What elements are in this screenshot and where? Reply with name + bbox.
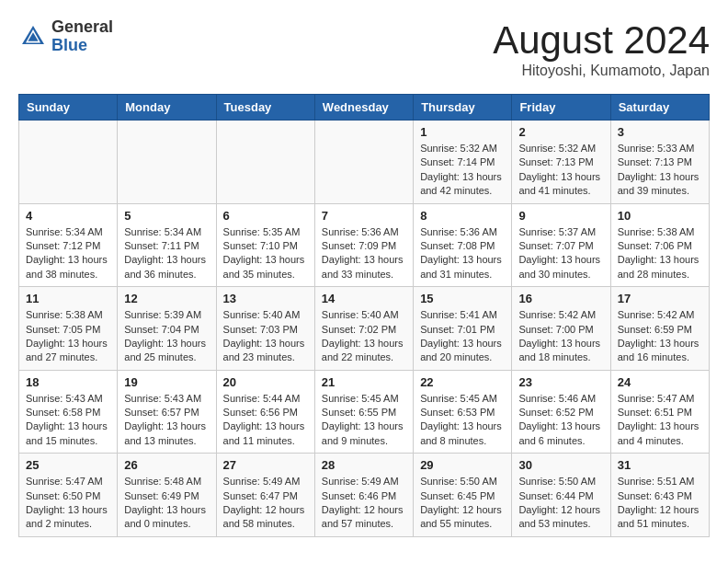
day-info: Sunrise: 5:50 AMSunset: 6:45 PMDaylight:… <box>420 475 505 532</box>
day-number: 11 <box>26 292 110 305</box>
title-area: August 2024 Hitoyoshi, Kumamoto, Japan <box>493 18 710 79</box>
page-header: General Blue August 2024 Hitoyoshi, Kuma… <box>18 18 710 79</box>
calendar-day-cell <box>19 121 118 204</box>
calendar-day-cell: 17Sunrise: 5:42 AMSunset: 6:59 PMDayligh… <box>610 287 709 371</box>
day-info: Sunrise: 5:49 AMSunset: 6:46 PMDaylight:… <box>322 475 406 532</box>
calendar-day-cell: 20Sunrise: 5:44 AMSunset: 6:56 PMDayligh… <box>216 370 314 454</box>
calendar-day-cell <box>216 121 314 204</box>
calendar-day-cell: 21Sunrise: 5:45 AMSunset: 6:55 PMDayligh… <box>314 370 413 454</box>
col-sunday: Sunday <box>19 95 118 121</box>
day-number: 12 <box>124 292 209 305</box>
calendar-day-cell: 27Sunrise: 5:49 AMSunset: 6:47 PMDayligh… <box>216 454 314 537</box>
day-info: Sunrise: 5:35 AMSunset: 7:10 PMDaylight:… <box>223 225 308 282</box>
day-number: 1 <box>420 125 505 139</box>
col-monday: Monday <box>118 95 216 121</box>
logo-icon <box>18 22 48 52</box>
calendar-week-row: 11Sunrise: 5:38 AMSunset: 7:05 PMDayligh… <box>19 287 710 371</box>
day-info: Sunrise: 5:32 AMSunset: 7:13 PMDaylight:… <box>518 142 603 199</box>
day-info: Sunrise: 5:45 AMSunset: 6:55 PMDaylight:… <box>322 392 406 449</box>
day-number: 24 <box>618 375 702 389</box>
day-info: Sunrise: 5:49 AMSunset: 6:47 PMDaylight:… <box>223 475 308 532</box>
day-info: Sunrise: 5:36 AMSunset: 7:08 PMDaylight:… <box>420 225 505 282</box>
location: Hitoyoshi, Kumamoto, Japan <box>493 63 710 79</box>
calendar-day-cell: 4Sunrise: 5:34 AMSunset: 7:12 PMDaylight… <box>19 203 118 287</box>
calendar-day-cell: 25Sunrise: 5:47 AMSunset: 6:50 PMDayligh… <box>19 454 118 537</box>
col-tuesday: Tuesday <box>216 95 314 121</box>
calendar-day-cell: 12Sunrise: 5:39 AMSunset: 7:04 PMDayligh… <box>118 287 216 371</box>
day-number: 9 <box>518 209 603 223</box>
logo-text: General Blue <box>51 18 113 55</box>
day-number: 29 <box>420 458 505 472</box>
calendar-week-row: 25Sunrise: 5:47 AMSunset: 6:50 PMDayligh… <box>19 454 710 537</box>
day-info: Sunrise: 5:45 AMSunset: 6:53 PMDaylight:… <box>420 392 505 449</box>
day-info: Sunrise: 5:34 AMSunset: 7:12 PMDaylight:… <box>26 225 110 282</box>
calendar-header: Sunday Monday Tuesday Wednesday Thursday… <box>19 95 710 121</box>
calendar-week-row: 18Sunrise: 5:43 AMSunset: 6:58 PMDayligh… <box>19 370 710 454</box>
day-number: 21 <box>322 375 406 389</box>
day-number: 31 <box>618 458 702 472</box>
col-saturday: Saturday <box>610 95 709 121</box>
day-info: Sunrise: 5:38 AMSunset: 7:05 PMDaylight:… <box>26 308 110 365</box>
day-info: Sunrise: 5:42 AMSunset: 7:00 PMDaylight:… <box>518 308 603 365</box>
calendar-day-cell: 8Sunrise: 5:36 AMSunset: 7:08 PMDaylight… <box>414 203 512 287</box>
calendar-day-cell: 19Sunrise: 5:43 AMSunset: 6:57 PMDayligh… <box>118 370 216 454</box>
calendar-day-cell: 11Sunrise: 5:38 AMSunset: 7:05 PMDayligh… <box>19 287 118 371</box>
calendar-day-cell: 2Sunrise: 5:32 AMSunset: 7:13 PMDaylight… <box>512 121 610 204</box>
calendar-body: 1Sunrise: 5:32 AMSunset: 7:14 PMDaylight… <box>19 121 710 537</box>
day-info: Sunrise: 5:40 AMSunset: 7:02 PMDaylight:… <box>322 308 406 365</box>
calendar-day-cell: 5Sunrise: 5:34 AMSunset: 7:11 PMDaylight… <box>118 203 216 287</box>
col-friday: Friday <box>512 95 610 121</box>
logo-general-text: General <box>51 18 113 37</box>
day-info: Sunrise: 5:42 AMSunset: 6:59 PMDaylight:… <box>618 308 702 365</box>
calendar-week-row: 4Sunrise: 5:34 AMSunset: 7:12 PMDaylight… <box>19 203 710 287</box>
calendar-day-cell: 14Sunrise: 5:40 AMSunset: 7:02 PMDayligh… <box>314 287 413 371</box>
day-info: Sunrise: 5:48 AMSunset: 6:49 PMDaylight:… <box>124 475 209 532</box>
day-info: Sunrise: 5:34 AMSunset: 7:11 PMDaylight:… <box>124 225 209 282</box>
day-number: 7 <box>322 209 406 223</box>
day-number: 2 <box>518 125 603 139</box>
calendar-day-cell: 23Sunrise: 5:46 AMSunset: 6:52 PMDayligh… <box>512 370 610 454</box>
calendar-week-row: 1Sunrise: 5:32 AMSunset: 7:14 PMDaylight… <box>19 121 710 204</box>
day-number: 6 <box>223 209 308 223</box>
day-number: 27 <box>223 458 308 472</box>
day-number: 8 <box>420 209 505 223</box>
calendar-day-cell: 7Sunrise: 5:36 AMSunset: 7:09 PMDaylight… <box>314 203 413 287</box>
day-number: 14 <box>322 292 406 305</box>
day-number: 18 <box>26 375 110 389</box>
day-number: 25 <box>26 458 110 472</box>
day-info: Sunrise: 5:33 AMSunset: 7:13 PMDaylight:… <box>618 142 702 199</box>
col-wednesday: Wednesday <box>314 95 413 121</box>
calendar-day-cell: 31Sunrise: 5:51 AMSunset: 6:43 PMDayligh… <box>610 454 709 537</box>
day-number: 19 <box>124 375 209 389</box>
day-info: Sunrise: 5:39 AMSunset: 7:04 PMDaylight:… <box>124 308 209 365</box>
day-info: Sunrise: 5:46 AMSunset: 6:52 PMDaylight:… <box>518 392 603 449</box>
day-number: 3 <box>618 125 702 139</box>
calendar-table: Sunday Monday Tuesday Wednesday Thursday… <box>18 94 710 537</box>
day-number: 5 <box>124 209 209 223</box>
calendar-day-cell: 18Sunrise: 5:43 AMSunset: 6:58 PMDayligh… <box>19 370 118 454</box>
day-info: Sunrise: 5:32 AMSunset: 7:14 PMDaylight:… <box>420 142 505 199</box>
calendar-day-cell: 13Sunrise: 5:40 AMSunset: 7:03 PMDayligh… <box>216 287 314 371</box>
calendar-day-cell: 10Sunrise: 5:38 AMSunset: 7:06 PMDayligh… <box>610 203 709 287</box>
month-title: August 2024 <box>493 18 710 63</box>
calendar-day-cell: 15Sunrise: 5:41 AMSunset: 7:01 PMDayligh… <box>414 287 512 371</box>
header-row: Sunday Monday Tuesday Wednesday Thursday… <box>19 95 710 121</box>
day-info: Sunrise: 5:47 AMSunset: 6:50 PMDaylight:… <box>26 475 110 532</box>
calendar-day-cell: 9Sunrise: 5:37 AMSunset: 7:07 PMDaylight… <box>512 203 610 287</box>
calendar-day-cell <box>118 121 216 204</box>
day-info: Sunrise: 5:43 AMSunset: 6:58 PMDaylight:… <box>26 392 110 449</box>
day-info: Sunrise: 5:37 AMSunset: 7:07 PMDaylight:… <box>518 225 603 282</box>
day-number: 20 <box>223 375 308 389</box>
calendar-day-cell: 29Sunrise: 5:50 AMSunset: 6:45 PMDayligh… <box>414 454 512 537</box>
day-info: Sunrise: 5:50 AMSunset: 6:44 PMDaylight:… <box>518 475 603 532</box>
day-number: 13 <box>223 292 308 305</box>
logo: General Blue <box>18 18 113 55</box>
day-number: 26 <box>124 458 209 472</box>
day-number: 17 <box>618 292 702 305</box>
day-info: Sunrise: 5:51 AMSunset: 6:43 PMDaylight:… <box>618 475 702 532</box>
day-info: Sunrise: 5:36 AMSunset: 7:09 PMDaylight:… <box>322 225 406 282</box>
day-number: 30 <box>518 458 603 472</box>
day-info: Sunrise: 5:40 AMSunset: 7:03 PMDaylight:… <box>223 308 308 365</box>
calendar-day-cell: 6Sunrise: 5:35 AMSunset: 7:10 PMDaylight… <box>216 203 314 287</box>
calendar-day-cell: 30Sunrise: 5:50 AMSunset: 6:44 PMDayligh… <box>512 454 610 537</box>
